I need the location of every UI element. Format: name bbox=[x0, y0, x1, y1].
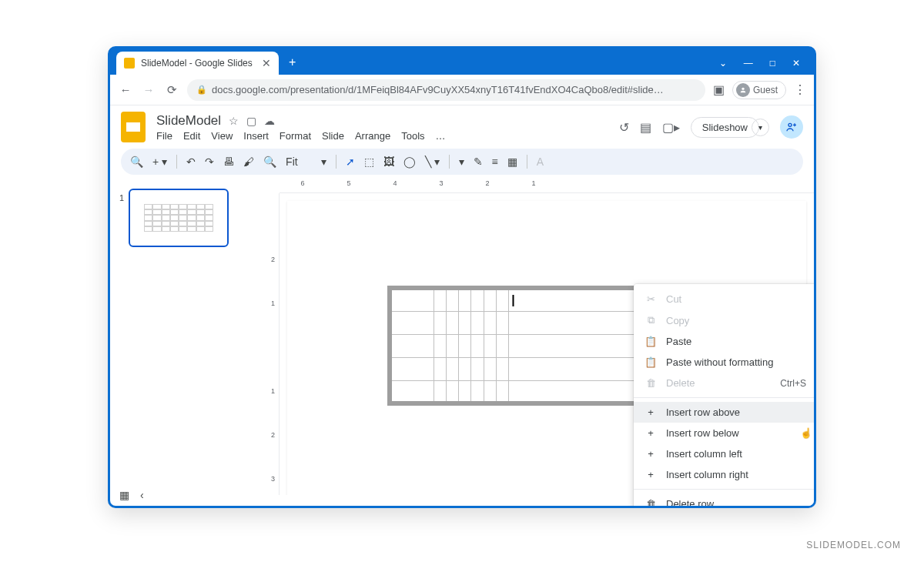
svg-point-0 bbox=[742, 87, 744, 89]
horizontal-ruler: 65 43 21 bbox=[280, 179, 814, 193]
menu-insert-col-right[interactable]: + Insert column right bbox=[634, 464, 816, 485]
app-header: SlideModel ☆ ▢ ☁ File Edit View Insert F… bbox=[110, 105, 814, 144]
textbox-tool-icon[interactable]: ⬚ bbox=[364, 156, 374, 168]
menu-paste-unformatted[interactable]: 📋 Paste without formatting bbox=[634, 352, 816, 373]
select-tool-icon[interactable]: ➚ bbox=[346, 156, 355, 168]
comments-icon[interactable]: ▤ bbox=[640, 120, 651, 135]
menubar: File Edit View Insert Format Slide Arran… bbox=[156, 130, 446, 142]
menu-separator bbox=[634, 397, 816, 398]
slides-logo-icon[interactable] bbox=[121, 112, 146, 142]
menu-tools[interactable]: Tools bbox=[401, 130, 424, 142]
star-icon[interactable]: ☆ bbox=[229, 115, 239, 127]
selected-table[interactable] bbox=[387, 286, 649, 406]
svg-point-1 bbox=[788, 123, 792, 126]
menu-paste[interactable]: 📋 Paste bbox=[634, 331, 816, 352]
delete-shortcut: Ctrl+S bbox=[780, 378, 806, 389]
browser-tab[interactable]: SlideModel - Google Slides ✕ bbox=[116, 52, 279, 75]
move-icon[interactable]: ▢ bbox=[246, 115, 256, 127]
zoom-level[interactable]: Fit bbox=[286, 156, 298, 168]
window-controls: ⌄ — □ ✕ bbox=[719, 58, 814, 75]
menu-arrange[interactable]: Arrange bbox=[355, 130, 390, 142]
copy-icon: ⧉ bbox=[644, 314, 657, 326]
clipboard-plain-icon: 📋 bbox=[644, 356, 657, 368]
tab-title: SlideModel - Google Slides bbox=[141, 58, 253, 69]
menu-copy[interactable]: ⧉ Copy bbox=[634, 309, 816, 331]
trash-icon: 🗑 bbox=[644, 377, 657, 389]
menu-insert-row-above[interactable]: + Insert row above bbox=[634, 402, 816, 423]
shape-tool-icon[interactable]: ◯ bbox=[403, 156, 416, 168]
document-title[interactable]: SlideModel bbox=[156, 113, 221, 129]
slides-app: SlideModel ☆ ▢ ☁ File Edit View Insert F… bbox=[110, 105, 814, 506]
slide-thumbnail[interactable]: 1 bbox=[119, 189, 239, 247]
redo-icon[interactable]: ↷ bbox=[205, 156, 214, 168]
image-tool-icon[interactable]: 🖼 bbox=[383, 156, 394, 168]
url-bar[interactable]: 🔒 docs.google.com/presentation/d/1MFeiqB… bbox=[187, 79, 705, 101]
plus-icon: + bbox=[644, 448, 657, 460]
new-slide-icon[interactable]: + ▾ bbox=[152, 156, 167, 168]
menu-separator bbox=[634, 489, 816, 490]
menu-insert-row-below[interactable]: + Insert row below bbox=[634, 423, 816, 443]
back-button[interactable]: ← bbox=[118, 83, 133, 96]
profile-button[interactable]: Guest bbox=[732, 81, 786, 99]
reload-button[interactable]: ⟳ bbox=[164, 83, 179, 97]
cloud-icon[interactable]: ☁ bbox=[264, 115, 275, 127]
guest-label: Guest bbox=[753, 85, 778, 95]
slideshow-dropdown[interactable]: ▾ bbox=[752, 119, 769, 136]
menu-insert-col-left[interactable]: + Insert column left bbox=[634, 443, 816, 464]
collapse-panel-icon[interactable]: ‹ bbox=[140, 489, 144, 501]
watermark: SLIDEMODEL.COM bbox=[806, 540, 901, 550]
zoom-icon[interactable]: 🔍 bbox=[263, 156, 276, 168]
print-icon[interactable]: 🖶 bbox=[223, 156, 234, 168]
addressbar: ← → ⟳ 🔒 docs.google.com/presentation/d/1… bbox=[110, 75, 814, 105]
chevron-down-icon[interactable]: ⌄ bbox=[719, 58, 727, 69]
menu-file[interactable]: File bbox=[156, 130, 172, 142]
toolbar: 🔍 + ▾ ↶ ↷ 🖶 🖌 🔍 Fit ▾ ➚ ⬚ 🖼 ◯ ╲ ▾ ▾ ✎ ≡ … bbox=[121, 149, 803, 175]
close-tab-icon[interactable]: ✕ bbox=[262, 57, 271, 69]
thumbnail-table-preview bbox=[144, 204, 213, 232]
search-tool-icon[interactable]: 🔍 bbox=[130, 156, 143, 168]
minimize-button[interactable]: — bbox=[744, 58, 753, 69]
menu-edit[interactable]: Edit bbox=[183, 130, 200, 142]
plus-icon: + bbox=[644, 427, 657, 439]
new-tab-button[interactable]: + bbox=[285, 55, 300, 70]
grid-view-icon[interactable]: ▦ bbox=[119, 489, 129, 501]
menu-slide[interactable]: Slide bbox=[322, 130, 344, 142]
border-dash-icon[interactable]: ▦ bbox=[507, 156, 517, 168]
kebab-menu-icon[interactable]: ⋮ bbox=[794, 82, 806, 97]
url-text: docs.google.com/presentation/d/1MFeiqBl8… bbox=[212, 84, 664, 95]
maximize-button[interactable]: □ bbox=[770, 58, 775, 69]
slides-favicon bbox=[124, 58, 135, 69]
menu-insert[interactable]: Insert bbox=[243, 130, 269, 142]
thumbnail-preview bbox=[129, 189, 229, 247]
paint-format-icon[interactable]: 🖌 bbox=[243, 156, 254, 168]
history-icon[interactable]: ↺ bbox=[619, 120, 629, 135]
menu-more[interactable]: … bbox=[436, 130, 446, 142]
vertical-ruler: 2 1 12 3 bbox=[267, 193, 280, 495]
menu-delete-row[interactable]: 🗑 Delete row bbox=[634, 493, 816, 508]
line-tool-icon[interactable]: ╲ ▾ bbox=[425, 156, 440, 168]
reader-icon[interactable]: ▣ bbox=[713, 82, 725, 97]
border-weight-icon[interactable]: ≡ bbox=[492, 156, 498, 168]
slideshow-button[interactable]: Slideshow bbox=[691, 117, 759, 138]
fill-color-icon[interactable]: ▾ bbox=[459, 156, 464, 168]
zoom-dropdown-icon[interactable]: ▾ bbox=[321, 156, 326, 168]
close-window-button[interactable]: ✕ bbox=[792, 58, 800, 69]
bottom-controls: ▦ ‹ bbox=[119, 489, 144, 501]
scissors-icon: ✂ bbox=[644, 293, 657, 305]
clipboard-icon: 📋 bbox=[644, 336, 657, 347]
thumbnail-number: 1 bbox=[119, 193, 124, 202]
share-button[interactable] bbox=[780, 115, 803, 139]
avatar-icon bbox=[736, 83, 750, 97]
meet-icon[interactable]: ▢▸ bbox=[662, 120, 680, 135]
border-color-icon[interactable]: ✎ bbox=[474, 156, 483, 168]
forward-button[interactable]: → bbox=[141, 83, 156, 96]
undo-icon[interactable]: ↶ bbox=[186, 156, 196, 168]
font-dropdown[interactable]: A bbox=[537, 156, 544, 168]
menu-cut[interactable]: ✂ Cut bbox=[634, 289, 816, 309]
plus-icon: + bbox=[644, 406, 657, 418]
plus-icon: + bbox=[644, 469, 657, 480]
menu-format[interactable]: Format bbox=[280, 130, 311, 142]
menu-view[interactable]: View bbox=[211, 130, 233, 142]
context-menu: ✂ Cut ⧉ Copy 📋 Paste 📋 Paste without for… bbox=[634, 284, 816, 508]
menu-delete[interactable]: 🗑 Delete Ctrl+S bbox=[634, 373, 816, 393]
